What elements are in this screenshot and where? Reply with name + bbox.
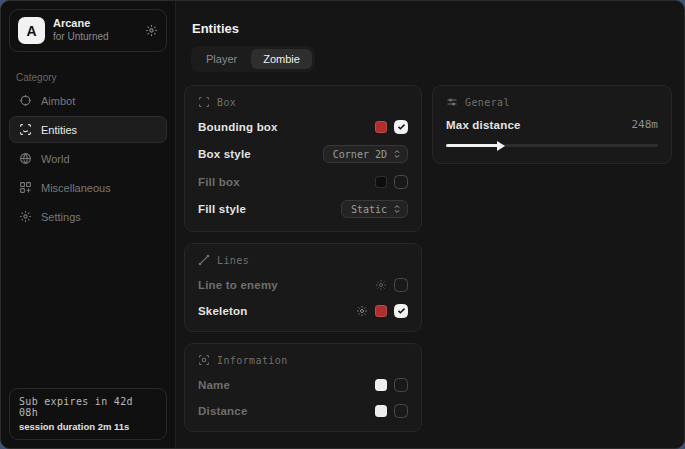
setting-label: Skeleton — [198, 305, 248, 317]
user-card: A Arcane for Unturned — [9, 9, 167, 52]
sidebar-item-aimbot[interactable]: Aimbot — [9, 87, 167, 114]
sidebar-item-miscellaneous[interactable]: Miscellaneous — [9, 174, 167, 201]
fill-style-dropdown[interactable]: Static — [341, 200, 408, 218]
sliders-icon — [446, 96, 458, 108]
setting-label: Box style — [198, 148, 251, 160]
page-title: Entities — [192, 21, 672, 36]
sub-expiry-text: Sub expires in 42d 08h — [19, 396, 157, 418]
checkbox-unchecked[interactable] — [394, 278, 408, 292]
information-card: Information Name Distance — [184, 343, 422, 432]
session-duration-text: session duration 2m 11s — [19, 421, 157, 432]
color-swatch[interactable] — [375, 176, 387, 188]
card-title: Information — [217, 355, 288, 366]
crosshair-icon — [19, 94, 32, 107]
sidebar-item-label: Entities — [41, 124, 77, 136]
max-distance-slider[interactable] — [446, 140, 658, 150]
gear-icon — [19, 210, 32, 223]
setting-row-name: Name — [198, 377, 408, 392]
category-label: Category — [16, 72, 160, 83]
setting-row-distance: Distance — [198, 403, 408, 418]
checkbox-unchecked[interactable] — [394, 175, 408, 189]
gear-icon[interactable] — [145, 24, 158, 37]
setting-label: Fill box — [198, 176, 240, 188]
setting-label: Distance — [198, 405, 248, 417]
general-card: General Max distance 248m — [432, 85, 672, 164]
dropdown-value: Static — [351, 204, 387, 215]
setting-row-bounding-box: Bounding box — [198, 119, 408, 134]
box-card: Box Bounding box Box style — [184, 85, 422, 232]
entity-tabs: Player Zombie — [191, 46, 315, 72]
globe-icon — [19, 152, 32, 165]
setting-row-box-style: Box style Corner 2D — [198, 145, 408, 163]
checkbox-unchecked[interactable] — [394, 378, 408, 392]
sidebar: A Arcane for Unturned Category Aimbot — [1, 1, 176, 448]
card-title: General — [465, 97, 510, 108]
sidebar-item-label: World — [41, 153, 70, 165]
sidebar-item-settings[interactable]: Settings — [9, 203, 167, 230]
checkbox-checked[interactable] — [394, 120, 408, 134]
setting-label: Name — [198, 379, 230, 391]
sidebar-item-label: Miscellaneous — [41, 182, 111, 194]
checkbox-checked[interactable] — [394, 304, 408, 318]
color-swatch[interactable] — [375, 121, 387, 133]
setting-label: Max distance — [446, 119, 521, 131]
sidebar-item-entities[interactable]: Entities — [9, 116, 167, 143]
scan-icon — [198, 96, 210, 108]
slider-fill — [446, 144, 499, 147]
boxes-icon — [19, 181, 32, 194]
setting-label: Fill style — [198, 203, 246, 215]
dropdown-value: Corner 2D — [333, 149, 387, 160]
tab-player[interactable]: Player — [194, 49, 249, 69]
app-name: Arcane — [53, 17, 137, 31]
checkbox-unchecked[interactable] — [394, 404, 408, 418]
sidebar-item-label: Settings — [41, 211, 81, 223]
chevrons-up-down-icon — [392, 204, 402, 214]
sidebar-nav: Aimbot Entities World Miscellaneous — [1, 87, 175, 230]
gear-icon[interactable] — [375, 279, 387, 291]
lines-card: Lines Line to enemy Skeleton — [184, 243, 422, 332]
app-window: A Arcane for Unturned Category Aimbot — [0, 0, 685, 449]
app-subtitle: for Unturned — [53, 31, 137, 44]
sidebar-item-label: Aimbot — [41, 95, 75, 107]
setting-row-fill-box: Fill box — [198, 174, 408, 189]
app-logo: A — [18, 17, 45, 44]
slider-value: 248m — [632, 118, 659, 131]
setting-row-fill-style: Fill style Static — [198, 200, 408, 218]
tab-zombie[interactable]: Zombie — [251, 49, 312, 69]
slider-thumb[interactable] — [497, 141, 505, 151]
color-swatch[interactable] — [375, 379, 387, 391]
setting-label: Bounding box — [198, 121, 278, 133]
chevrons-up-down-icon — [392, 149, 402, 159]
box-style-dropdown[interactable]: Corner 2D — [323, 145, 408, 163]
scan-search-icon — [198, 354, 210, 366]
color-swatch[interactable] — [375, 405, 387, 417]
sidebar-item-world[interactable]: World — [9, 145, 167, 172]
setting-row-max-distance: Max distance 248m — [446, 118, 658, 131]
card-title: Box — [217, 97, 236, 108]
setting-label: Line to enemy — [198, 279, 278, 291]
main-content: Entities Player Zombie Box Bounding box — [176, 1, 684, 448]
color-swatch[interactable] — [375, 305, 387, 317]
setting-row-skeleton: Skeleton — [198, 303, 408, 318]
card-title: Lines — [217, 255, 249, 266]
slash-icon — [198, 254, 210, 266]
subscription-card: Sub expires in 42d 08h session duration … — [9, 388, 167, 440]
gear-icon[interactable] — [356, 305, 368, 317]
setting-row-line-to-enemy: Line to enemy — [198, 277, 408, 292]
scan-face-icon — [19, 123, 32, 136]
